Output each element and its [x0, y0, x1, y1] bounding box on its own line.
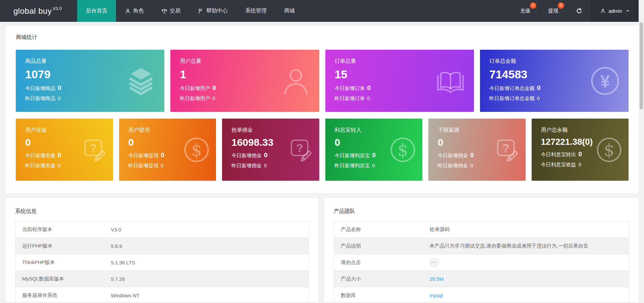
- yesterday-label: 昨日新增商品: [25, 95, 55, 101]
- scrollbar-thumb[interactable]: [640, 22, 643, 110]
- stat-card-order-amount: 订单总金额 714583 今日新增订单总金额0 昨日新增订单总金额0 ¥: [480, 50, 629, 112]
- yesterday-label: 昨日新增订单总金额: [489, 95, 535, 101]
- table-row: 请勿点击404: [334, 254, 629, 271]
- logo-version: V3.0: [53, 6, 62, 11]
- yen-icon: ¥: [589, 65, 621, 97]
- help-icon: ?: [492, 136, 520, 164]
- row-value: mysql: [430, 287, 629, 303]
- nav-item-help-center[interactable]: 帮助中心: [189, 0, 236, 22]
- user-icon: [600, 8, 606, 14]
- stat-card-sub-rebate: 下级返佣 0 今日新增佣金0 昨日新增佣金0 ?: [428, 119, 526, 181]
- today-label: 今日新增充值: [25, 153, 55, 158]
- row-value: V3.0: [111, 221, 309, 238]
- stat-card-title: 商品总量: [25, 58, 158, 65]
- withdraw-badge: 0: [558, 2, 564, 9]
- withdraw-button[interactable]: 提现 0: [539, 0, 567, 22]
- table-row: 运行PHP版本5.6.9: [15, 238, 309, 254]
- stat-card-users-total: 用户总量 1 今日新增用户0 昨日新增用户0: [170, 50, 319, 112]
- book-icon: [434, 65, 467, 97]
- badge-404: 404: [430, 258, 439, 267]
- username-label: admin: [608, 8, 622, 14]
- svg-text:$: $: [604, 140, 614, 160]
- withdraw-label: 提现: [548, 8, 558, 14]
- stat-card-title: 用户提现: [128, 127, 210, 134]
- stats-row-2: 用户充值 0 今日新增充值0 昨日新增充值0 ? 用户提现 0 今日新增提现0 …: [16, 119, 629, 181]
- table-row: 产品大小25.5M: [334, 271, 629, 287]
- nav-item-label: 帮助中心: [206, 7, 228, 14]
- bottom-section: 系统信息 当前程序版本V3.0 运行PHP版本5.6.9 ThinkPHP版本5…: [6, 198, 639, 302]
- help-icon: ?: [286, 136, 314, 164]
- nav-item-label: 后台首页: [86, 7, 107, 14]
- chevron-up-icon: [626, 9, 630, 13]
- system-info-panel: 系统信息 当前程序版本V3.0 运行PHP版本5.6.9 ThinkPHP版本5…: [6, 198, 318, 302]
- product-team-panel: 产品团队 产品名称抢单源码 产品说明本产品只为学习测试交流,请勿要做商业或者用于…: [324, 198, 639, 302]
- yesterday-value: 0: [264, 163, 267, 168]
- main-content: 商城统计 商品总量 1079 今日新增商品0 昨日新增商品0 用户总量 1 今日…: [0, 22, 644, 302]
- main-menu: 后台首页 角色 交易 帮助中心 系统管理 商城: [77, 0, 304, 22]
- yesterday-label: 昨日新增佣金: [438, 163, 468, 168]
- stat-card-user-recharge: 用户充值 0 今日新增充值0 昨日新增充值0 ?: [16, 119, 113, 181]
- row-value: 5.6.9: [111, 238, 309, 254]
- stats-title: 商城统计: [16, 34, 629, 41]
- row-label: 当前程序版本: [15, 221, 111, 238]
- table-row: 产品名称抢单源码: [334, 221, 629, 238]
- product-size-link[interactable]: 25.5M: [430, 276, 444, 282]
- flag-icon: [198, 8, 204, 14]
- recharge-button[interactable]: 充值 0: [511, 0, 539, 22]
- dollar-icon: $: [389, 136, 417, 164]
- today-label: 今日新增佣金: [438, 153, 468, 158]
- row-value: 25.5M: [430, 271, 629, 287]
- row-label: MySQL数据库版本: [15, 271, 111, 287]
- logo-text: global buy: [13, 6, 52, 16]
- svg-text:?: ?: [90, 141, 97, 154]
- today-label: 今日新增商品: [25, 85, 55, 91]
- nav-item-label: 系统管理: [245, 7, 267, 14]
- today-label: 今日新增佣金: [231, 153, 262, 158]
- recharge-badge: 0: [530, 2, 536, 9]
- stat-card-title: 订单总量: [335, 58, 467, 65]
- stat-card-title: 用户充值: [25, 127, 106, 134]
- refresh-icon: [576, 8, 582, 14]
- database-link[interactable]: mysql: [430, 293, 443, 298]
- row-label: 产品说明: [334, 238, 430, 254]
- user-menu[interactable]: admin: [591, 0, 639, 22]
- stat-card-title: 订单总金额: [489, 58, 622, 65]
- person-icon: [125, 8, 131, 14]
- yesterday-label: 昨日新增订单: [335, 95, 365, 101]
- nav-item-trade[interactable]: 交易: [153, 0, 189, 22]
- yesterday-label: 昨日新增充值: [25, 163, 55, 168]
- table-row: 服务器操作系统Windows NT: [15, 287, 309, 303]
- yesterday-label: 昨日新增佣金: [231, 163, 262, 168]
- table-row: 产品说明本产品只为学习测试交流,请勿要做商业或者用于违法行为,一切后果自负: [334, 238, 629, 254]
- refresh-button[interactable]: [567, 0, 591, 22]
- nav-item-label: 交易: [170, 7, 180, 14]
- product-team-title: 产品团队: [334, 208, 629, 215]
- nav-item-system[interactable]: 系统管理: [236, 0, 275, 22]
- yesterday-value: 0: [372, 163, 375, 168]
- today-value: 0: [537, 84, 541, 91]
- nav-item-mall[interactable]: 商城: [275, 0, 304, 22]
- table-row: 当前程序版本V3.0: [15, 221, 309, 238]
- yesterday-value: 0: [161, 163, 164, 168]
- vertical-scrollbar[interactable]: [639, 0, 644, 303]
- svg-text:?: ?: [296, 141, 303, 154]
- nav-right: 充值 0 提现 0 admin: [511, 0, 639, 22]
- stat-card-goods-total: 商品总量 1079 今日新增商品0 昨日新增商品0: [16, 50, 164, 112]
- top-nav: global buy V3.0 后台首页 角色 交易 帮助中心 系统管理: [0, 0, 639, 22]
- mall-stats-panel: 商城统计 商品总量 1079 今日新增商品0 昨日新增商品0 用户总量 1 今日…: [6, 26, 639, 193]
- stat-card-grab-commission: 抢单佣金 16098.33 今日新增佣金0 昨日新增佣金0 ?: [222, 119, 319, 181]
- nav-item-roles[interactable]: 角色: [116, 0, 153, 22]
- today-value: 0: [579, 150, 582, 158]
- today-value: 0: [264, 152, 268, 159]
- recharge-label: 充值: [520, 8, 530, 14]
- svg-text:¥: ¥: [600, 72, 610, 91]
- row-value: 404: [430, 254, 629, 271]
- row-label: 产品名称: [334, 221, 430, 238]
- system-info-title: 系统信息: [15, 208, 309, 215]
- yesterday-label: 昨日新增用户: [180, 95, 210, 101]
- nav-item-home[interactable]: 后台首页: [77, 0, 116, 22]
- row-value: Windows NT: [111, 287, 309, 303]
- product-team-table: 产品名称抢单源码 产品说明本产品只为学习测试交流,请勿要做商业或者用于违法行为,…: [334, 221, 629, 303]
- today-value: 0: [58, 84, 61, 91]
- row-label: 服务器操作系统: [15, 287, 111, 303]
